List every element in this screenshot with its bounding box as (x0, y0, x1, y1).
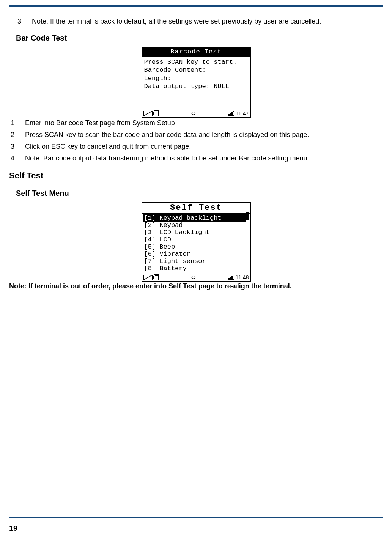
list-item-number: 1 (9, 119, 25, 127)
screen-body: Press SCAN key to start. Barcode Content… (142, 57, 250, 109)
menu-item: [8] Battery (143, 265, 249, 272)
list-item: 3 Click on ESC key to cancel and quit fr… (9, 143, 383, 151)
list-item-number: 3 (16, 17, 32, 25)
screen-line: Length: (144, 74, 248, 82)
menu-item: [6] Vibrator (143, 250, 249, 258)
list-item-text: Press SCAN key to scan the bar code and … (25, 131, 309, 139)
page-number: 19 (9, 524, 17, 533)
screen-line: Press SCAN key to start. (144, 58, 248, 66)
list-item: 3 Note: If the terminal is back to defau… (9, 17, 383, 25)
status-time: 11:47 (235, 110, 249, 116)
list-item-text: Click on ESC key to cancel and quit from… (25, 143, 191, 151)
self-test-note: Note: If terminal is out of order, pleas… (9, 282, 383, 290)
list-item-text: Enter into Bar code Test page from Syste… (25, 119, 175, 127)
svg-line-0 (144, 111, 152, 116)
top-rule (9, 5, 383, 7)
self-test-screen: Self Test [1] Keypad backlight [2] Keypa… (142, 202, 251, 282)
menu-item: [1] Keypad backlight (143, 214, 249, 222)
list-item-number: 3 (9, 143, 25, 151)
scrollbar (246, 212, 249, 271)
signal-icon (228, 275, 234, 280)
page-icon (154, 274, 159, 280)
heading-self-test: Self Test (9, 171, 383, 181)
usb-icon: ⇔ (191, 110, 196, 116)
signal-icon (228, 111, 234, 116)
status-left (143, 274, 159, 280)
list-item-text: Note: Bar code output data transferring … (25, 154, 309, 162)
list-item: 4 Note: Bar code output data transferrin… (9, 154, 383, 162)
menu-item: [5] Beep (143, 243, 249, 250)
svg-line-1 (144, 275, 152, 280)
usb-icon: ⇔ (191, 274, 196, 280)
list-item-number: 2 (9, 131, 25, 139)
screen-status-bar: ⇔ 11:47 (142, 109, 250, 117)
page-icon (154, 110, 159, 116)
screen-title: Barcode Test (142, 47, 250, 57)
document-page: 3 Note: If the terminal is back to defau… (0, 5, 392, 535)
status-left (143, 110, 159, 116)
menu-item: [2] Keypad (143, 222, 249, 229)
scrollbar-thumb (246, 213, 249, 220)
screen-status-bar: ⇔ 11:48 (142, 273, 250, 281)
battery-icon (143, 275, 153, 280)
status-right: 11:47 (228, 110, 249, 116)
screen-line: Data output type: NULL (144, 82, 248, 90)
battery-slash-icon (143, 110, 153, 116)
screen-body: [1] Keypad backlight [2] Keypad [3] LCD … (142, 214, 250, 273)
menu-item: [4] LCD (143, 236, 249, 243)
battery-slash-icon (143, 274, 153, 280)
barcode-test-screen: Barcode Test Press SCAN key to start. Ba… (142, 47, 251, 118)
menu-item: [7] Light sensor (143, 258, 249, 265)
list-item: 1 Enter into Bar code Test page from Sys… (9, 119, 383, 127)
screen-line: Barcode Content: (144, 66, 248, 74)
status-time: 11:48 (235, 274, 249, 280)
list-item: 2 Press SCAN key to scan the bar code an… (9, 131, 383, 139)
list-item-number: 4 (9, 154, 25, 162)
status-right: 11:48 (228, 274, 249, 280)
bottom-rule (9, 517, 383, 518)
list-item-text: Note: If the terminal is back to default… (32, 17, 321, 25)
menu-item: [3] LCD backlight (143, 229, 249, 236)
battery-icon (143, 111, 153, 116)
heading-bar-code-test: Bar Code Test (16, 34, 383, 42)
heading-self-test-menu: Self Test Menu (16, 189, 383, 198)
screen-title: Self Test (142, 203, 250, 214)
